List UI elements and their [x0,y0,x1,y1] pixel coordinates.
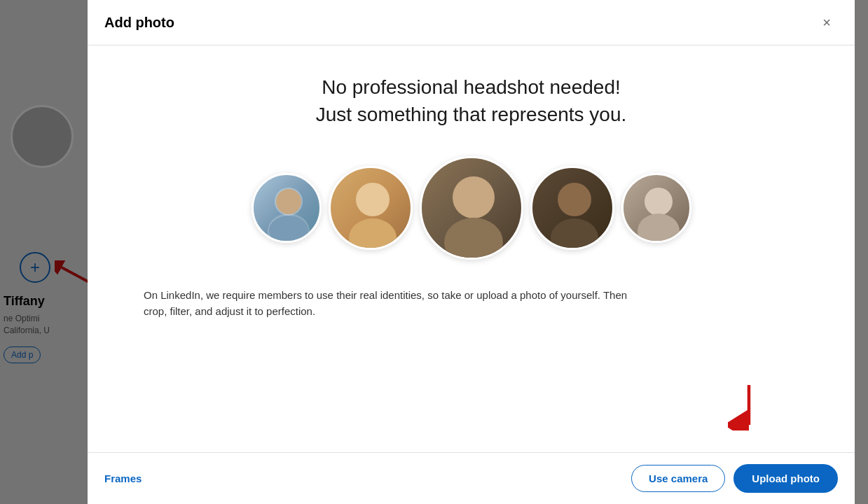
modal-footer: Frames Use camera Upload photo [88,452,855,504]
sample-avatar-5 [621,173,691,243]
svg-point-12 [645,188,673,216]
svg-point-9 [444,218,503,260]
modal-title: Add photo [104,15,174,31]
modal-headline: No professional headshot needed! Just so… [316,74,627,128]
svg-point-10 [558,183,591,216]
sample-avatar-1 [252,173,322,243]
use-camera-button[interactable]: Use camera [631,465,725,492]
svg-point-4 [276,189,301,214]
sample-avatar-4 [530,166,614,250]
sample-avatar-2 [329,166,413,250]
sample-avatar-3 [420,156,523,260]
svg-point-11 [551,218,598,250]
sample-avatars-row [252,156,691,260]
svg-point-6 [356,183,390,216]
svg-point-8 [453,176,495,218]
modal-close-button[interactable]: × [815,11,838,34]
footer-actions: Use camera Upload photo [631,464,838,493]
svg-point-13 [638,214,680,243]
modal-description: On LinkedIn, we require members to use t… [144,288,634,319]
svg-point-7 [349,218,397,250]
modal-body: No professional headshot needed! Just so… [88,46,855,452]
modal-header: Add photo × [88,0,855,46]
frames-link[interactable]: Frames [104,472,142,484]
add-photo-modal: Add photo × No professional headshot nee… [88,0,855,504]
upload-photo-button[interactable]: Upload photo [733,464,838,493]
